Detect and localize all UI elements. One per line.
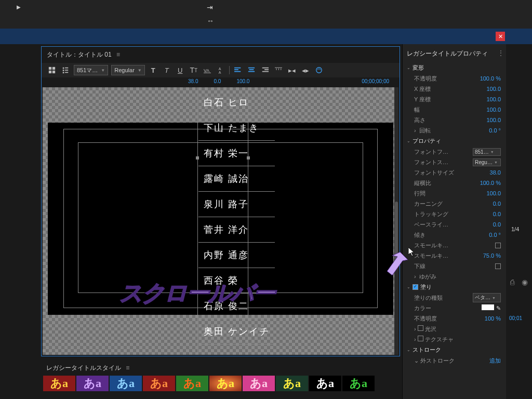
credit-line[interactable]: 有村 栄一 bbox=[198, 141, 275, 166]
style-swatch[interactable]: あa bbox=[143, 376, 175, 391]
snapshot-icon[interactable]: ◉ bbox=[522, 278, 528, 286]
checkbox[interactable] bbox=[413, 284, 418, 290]
align-center-icon[interactable] bbox=[246, 65, 257, 75]
prop-font-size[interactable]: フォントサイズ38.0 bbox=[407, 167, 504, 178]
prop-sheen[interactable]: › 光沢 bbox=[407, 324, 504, 334]
safe-margin-icon[interactable] bbox=[314, 65, 324, 75]
prop-baseline[interactable]: ベースライ…0.0 bbox=[407, 219, 504, 230]
prop-distort[interactable]: › ゆがみ bbox=[407, 271, 504, 282]
font-family-select[interactable]: 851マ…▼ bbox=[74, 65, 108, 75]
credit-line[interactable]: 菅井 洋介 bbox=[198, 217, 275, 243]
bold-icon[interactable]: T bbox=[148, 65, 158, 75]
panel-menu-icon[interactable]: ≡ bbox=[116, 51, 120, 58]
leading-value[interactable]: 100.0 bbox=[236, 78, 249, 84]
prop-tracking[interactable]: トラッキング0.0 bbox=[407, 209, 504, 219]
export-icon[interactable]: ⎙ bbox=[510, 278, 514, 286]
prop-outer-stroke[interactable]: ⌄ 外ストローク追加 bbox=[407, 355, 504, 366]
size-value[interactable]: 38.0 bbox=[188, 78, 198, 84]
snap-icon[interactable]: ⇥ bbox=[207, 3, 213, 11]
title-toolbar: 851マ…▼ Regular▼ T T U TT VA AA ▸◂ ◂▸ bbox=[42, 63, 400, 77]
style-swatch[interactable]: あa bbox=[43, 376, 75, 391]
stretch-icon[interactable]: ↔ bbox=[207, 17, 214, 25]
credit-line[interactable]: 白石 ヒロ bbox=[198, 90, 275, 115]
show-bg-icon[interactable]: ◂▸ bbox=[300, 65, 311, 75]
title-canvas[interactable]: 白石 ヒロ 下山 たまき 有村 栄一 露崎 誠治 泉川 路子 菅井 洋介 内野 … bbox=[43, 87, 398, 355]
checkbox[interactable] bbox=[418, 325, 423, 331]
panel-menu-icon[interactable]: ⋮ bbox=[498, 49, 504, 57]
kerning-value[interactable]: 0.0 bbox=[214, 78, 221, 84]
align-left-icon[interactable] bbox=[233, 65, 243, 75]
style-swatch[interactable]: あa bbox=[342, 376, 375, 391]
prop-leading[interactable]: 行間100.0 bbox=[407, 188, 504, 198]
section-stroke[interactable]: ⌄ストローク bbox=[407, 344, 504, 355]
prop-smallcaps-size[interactable]: スモールキ…75.0 % bbox=[407, 250, 504, 261]
templates-icon[interactable] bbox=[47, 65, 57, 75]
size-icon[interactable]: TT bbox=[189, 65, 199, 75]
credit-line[interactable]: 下山 たまき bbox=[198, 115, 275, 141]
prop-opacity[interactable]: 不透明度100.0 % bbox=[407, 73, 504, 84]
style-swatch[interactable]: あa bbox=[76, 376, 109, 391]
prop-texture[interactable]: › テクスチャ bbox=[407, 334, 504, 344]
style-swatch[interactable]: あa bbox=[176, 376, 208, 391]
prop-underline[interactable]: 下線 bbox=[407, 261, 504, 271]
align-right-icon[interactable] bbox=[260, 65, 270, 75]
checkbox[interactable] bbox=[495, 263, 501, 269]
underline-icon[interactable]: U bbox=[175, 65, 185, 75]
credit-line[interactable]: 内野 通彦 bbox=[198, 243, 275, 268]
credit-line[interactable]: 露崎 誠治 bbox=[198, 166, 275, 192]
prop-fill-opacity[interactable]: 不透明度100 % bbox=[407, 313, 504, 324]
prop-slant[interactable]: 傾き0.0 ° bbox=[407, 230, 504, 240]
checkbox[interactable] bbox=[418, 336, 423, 341]
section-property[interactable]: ⌄プロパティ bbox=[407, 136, 504, 147]
style-swatch[interactable]: あa bbox=[243, 376, 275, 391]
prop-color[interactable]: カラー✎ bbox=[407, 303, 504, 313]
credit-line[interactable]: 西谷 榮 bbox=[198, 268, 275, 294]
credits-text-block[interactable]: 白石 ヒロ 下山 たまき 有村 栄一 露崎 誠治 泉川 路子 菅井 洋介 内野 … bbox=[198, 90, 275, 344]
prop-height[interactable]: 高さ100.0 bbox=[407, 115, 504, 125]
leading-icon[interactable]: AA bbox=[216, 65, 226, 75]
credit-line[interactable]: 奥田 ケンイチ bbox=[198, 319, 275, 344]
style-swatch[interactable]: あa bbox=[110, 376, 142, 391]
close-button[interactable]: ✕ bbox=[496, 32, 505, 41]
panel-menu-icon[interactable]: ≡ bbox=[126, 364, 129, 371]
eyedropper-icon[interactable]: ✎ bbox=[496, 305, 501, 311]
prop-y[interactable]: Y 座標100.0 bbox=[407, 94, 504, 104]
scrollbar-thumb[interactable] bbox=[395, 202, 398, 264]
timecode-value[interactable]: 00;00;00;00 bbox=[362, 78, 389, 84]
svg-rect-5 bbox=[63, 70, 64, 71]
guide-left[interactable] bbox=[197, 87, 198, 355]
prop-kerning[interactable]: カーニング0.0 bbox=[407, 198, 504, 209]
style-swatch[interactable]: あa bbox=[276, 376, 308, 391]
svg-text:A: A bbox=[218, 71, 221, 74]
style-swatch[interactable]: あa bbox=[209, 376, 242, 391]
checkbox[interactable] bbox=[495, 243, 501, 248]
section-transform[interactable]: ⌄変形 bbox=[407, 62, 504, 73]
prop-aspect[interactable]: 縦横比100.0 % bbox=[407, 178, 504, 188]
roll-crawl-icon[interactable] bbox=[60, 65, 71, 75]
prop-fill-type[interactable]: 塗りの種類ベタ…▼ bbox=[407, 292, 504, 303]
font-style-select[interactable]: Regular▼ bbox=[111, 65, 144, 75]
prop-width[interactable]: 幅100.0 bbox=[407, 104, 504, 115]
canvas-scrollbar[interactable] bbox=[394, 87, 398, 355]
color-swatch[interactable] bbox=[482, 304, 494, 310]
tab-stops-icon[interactable] bbox=[273, 65, 284, 75]
prop-font-style[interactable]: フォントス…Regu…▼ bbox=[407, 157, 504, 167]
style-swatch[interactable]: あa bbox=[309, 376, 341, 391]
section-fill[interactable]: ⌄塗り bbox=[407, 282, 504, 292]
italic-icon[interactable]: T bbox=[162, 65, 172, 75]
far-right-strip: 1/4 ⎙ ◉ 00;01 bbox=[506, 44, 532, 399]
prop-x[interactable]: X 座標100.0 bbox=[407, 84, 504, 94]
show-video-icon[interactable]: ▸◂ bbox=[287, 65, 297, 75]
font-style-value: Regular bbox=[114, 67, 135, 73]
prop-smallcaps[interactable]: スモールキ… bbox=[407, 240, 504, 250]
prop-font-family[interactable]: フォントフ…851…▼ bbox=[407, 147, 504, 157]
svg-point-27 bbox=[316, 68, 322, 73]
svg-rect-22 bbox=[262, 71, 268, 72]
prop-rotation[interactable]: › 回転0.0 ° bbox=[407, 125, 504, 136]
app-top-strip: ▶ ⇥ ↔ bbox=[0, 0, 532, 29]
credit-line[interactable]: 石原 俊二 bbox=[198, 294, 275, 319]
credit-line[interactable]: 泉川 路子 bbox=[198, 192, 275, 217]
svg-rect-3 bbox=[52, 71, 55, 73]
play-icon[interactable]: ▶ bbox=[17, 4, 21, 10]
kerning-icon[interactable]: VA bbox=[202, 65, 212, 75]
